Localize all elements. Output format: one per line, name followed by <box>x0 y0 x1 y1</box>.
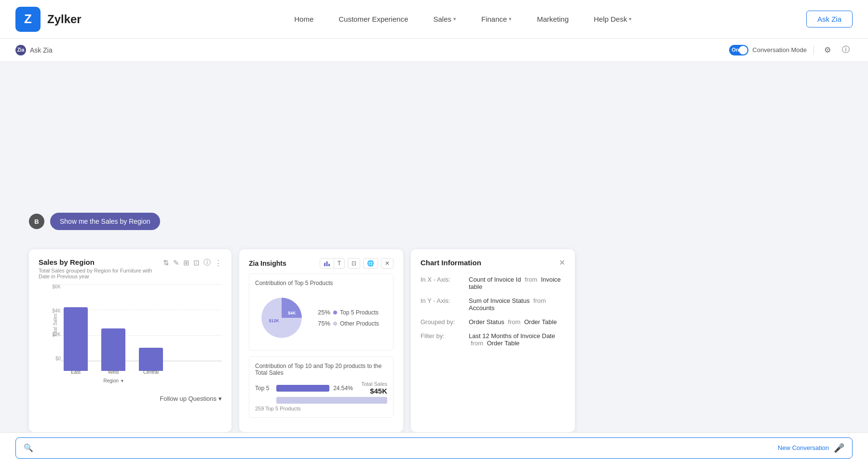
info-value-yaxis: Sum of Invoice Status from Accounts <box>469 297 565 312</box>
bar-insight-section: Contribution of Top 10 and Top 20 produc… <box>249 356 393 418</box>
input-bar: 🔍 New Conversation 🎤 <box>0 432 868 463</box>
pie-legend: 25% Top 5 Products 75% Other Products <box>318 309 379 327</box>
input-field-wrap: 🔍 New Conversation 🎤 <box>15 437 853 459</box>
bar-chart-icon[interactable] <box>320 259 334 268</box>
top5-count-text: 259 Top 5 Products <box>255 406 387 411</box>
nav-customer-experience[interactable]: Customer Experience <box>339 15 408 23</box>
info-row-xaxis: In X - Axis: Count of Invoice Id from In… <box>420 276 565 290</box>
text-view-icon[interactable]: T <box>334 259 344 268</box>
edit-icon[interactable]: ✎ <box>173 259 179 267</box>
grid-icon[interactable]: ⊞ <box>183 259 190 267</box>
svg-rect-1 <box>326 261 327 266</box>
follow-up-questions[interactable]: Follow up Questions ▾ <box>39 390 222 402</box>
sub-header: Zia Ask Zia On Conversation Mode ⚙ ⓘ <box>0 39 868 62</box>
globe-icon[interactable]: 🌐 <box>363 258 378 269</box>
info-value-filter: Last 12 Months of Invoice Date from Orde… <box>469 332 565 347</box>
y-label-6k: $6K <box>52 284 61 289</box>
info-icon[interactable]: ⓘ <box>203 258 211 267</box>
ask-zia-label: Ask Zia <box>30 46 53 54</box>
download-icon[interactable]: ⊡ <box>193 259 200 267</box>
svg-text:$4K: $4K <box>288 311 296 315</box>
pie-insight-section: Contribution of Top 5 Products $4K $12K … <box>249 273 393 351</box>
nav-marketing[interactable]: Marketing <box>537 15 569 23</box>
ask-zia-button[interactable]: Ask Zia <box>806 11 853 27</box>
x-label-east: East <box>64 367 88 376</box>
sales-card-title: Sales by Region <box>39 258 163 266</box>
chat-messages: B Show me the Sales by Region <box>0 62 868 245</box>
top5-count-bar <box>276 397 387 404</box>
finance-chevron-icon: ▾ <box>509 16 512 22</box>
info-value-xaxis: Count of Invoice Id from Invoice table <box>469 276 565 290</box>
sort-icon[interactable]: ⇅ <box>163 259 169 267</box>
main-nav: Home Customer Experience Sales▾ Finance▾… <box>120 15 806 23</box>
x-label-central: Central <box>139 367 163 376</box>
chart-info-title: Chart Information <box>420 259 481 267</box>
total-sales-value: $45K <box>361 387 387 395</box>
header: Z Zylker Home Customer Experience Sales▾… <box>0 0 868 39</box>
total-sales-label: Total Sales <box>361 381 387 387</box>
svg-rect-2 <box>328 264 330 266</box>
nav-sales[interactable]: Sales▾ <box>433 15 456 23</box>
new-conversation-label[interactable]: New Conversation <box>778 444 829 451</box>
main-content: B Show me the Sales by Region Sales by R… <box>0 62 868 432</box>
top5-bar-rect <box>276 385 329 392</box>
conversation-mode-label: Conversation Mode <box>752 46 807 54</box>
zia-insights-title: Zia Insights <box>249 259 286 267</box>
sales-card-header: Sales by Region Total Sales grouped by R… <box>39 258 222 279</box>
nav-finance[interactable]: Finance▾ <box>481 15 512 23</box>
sub-header-right: On Conversation Mode ⚙ ⓘ <box>729 43 853 57</box>
x-label-west: WestRegion ▾ <box>101 367 125 384</box>
cards-row: Sales by Region Total Sales grouped by R… <box>0 245 868 432</box>
sales-by-region-card: Sales by Region Total Sales grouped by R… <box>29 249 231 432</box>
zia-insights-header: Zia Insights T ⊡ 🌐 ✕ <box>249 258 393 269</box>
pie-section-title: Contribution of Top 5 Products <box>255 280 387 286</box>
close-zia-icon[interactable]: ✕ <box>381 258 393 269</box>
nav-home[interactable]: Home <box>294 15 313 23</box>
chart-info-close-icon[interactable]: ✕ <box>559 258 565 267</box>
toggle-container: On Conversation Mode <box>729 45 807 55</box>
info-row-yaxis: In Y - Axis: Sum of Invoice Status from … <box>420 297 565 312</box>
top5-bar-label: Top 5 <box>255 385 272 392</box>
top5-pct: 24.54% <box>333 385 357 392</box>
user-avatar: B <box>29 214 44 229</box>
helpdesk-chevron-icon: ▾ <box>629 16 632 22</box>
total-sales-block: Total Sales $45K <box>361 381 387 395</box>
more-icon[interactable]: ⋮ <box>215 259 222 267</box>
sales-card-actions: ⇅ ✎ ⊞ ⊡ ⓘ ⋮ <box>163 258 222 267</box>
zia-small-icon: Zia <box>15 45 26 55</box>
search-icon: 🔍 <box>24 443 33 452</box>
toggle-on-label: On <box>732 47 739 53</box>
follow-up-chevron-icon: ▾ <box>218 395 222 402</box>
microphone-icon[interactable]: 🎤 <box>834 443 844 453</box>
bar-east <box>64 307 88 371</box>
info-label-filter: Filter by: <box>420 332 469 347</box>
logo-icon: Z <box>15 7 41 32</box>
info-row-grouped: Grouped by: Order Status from Order Tabl… <box>420 318 565 326</box>
y-label-4k: $4K <box>52 308 61 313</box>
info-row-filter: Filter by: Last 12 Months of Invoice Dat… <box>420 332 565 347</box>
settings-icon[interactable]: ⚙ <box>821 43 834 57</box>
sales-card-title-block: Sales by Region Total Sales grouped by R… <box>39 258 163 279</box>
chart-info-card: Chart Information ✕ In X - Axis: Count o… <box>411 249 575 432</box>
chat-input[interactable] <box>37 444 778 452</box>
y-label-2k: $2K <box>52 332 61 337</box>
sales-card-subtitle: Total Sales grouped by Region for Furnit… <box>39 268 163 279</box>
help-icon[interactable]: ⓘ <box>839 43 853 57</box>
bar-west-rect <box>101 328 125 371</box>
info-value-grouped: Order Status from Order Table <box>469 318 565 326</box>
bar-section-title: Contribution of Top 10 and Top 20 produc… <box>255 363 387 376</box>
svg-rect-0 <box>324 263 326 266</box>
pie-legend-other: 75% Other Products <box>318 320 379 327</box>
svg-text:$12K: $12K <box>269 318 280 323</box>
y-label-0: $0 <box>55 356 61 361</box>
conversation-mode-toggle[interactable]: On <box>729 45 748 55</box>
divider <box>814 45 814 55</box>
sales-chevron-icon: ▾ <box>453 16 456 22</box>
zia-header-actions: T ⊡ 🌐 ✕ <box>320 258 393 269</box>
table-icon[interactable]: ⊡ <box>348 258 360 269</box>
user-message-bubble: Show me the Sales by Region <box>50 213 160 230</box>
nav-helpdesk[interactable]: Help Desk▾ <box>594 15 632 23</box>
toggle-knob <box>739 46 747 54</box>
top5-dot <box>333 311 337 314</box>
other-dot <box>333 322 337 326</box>
